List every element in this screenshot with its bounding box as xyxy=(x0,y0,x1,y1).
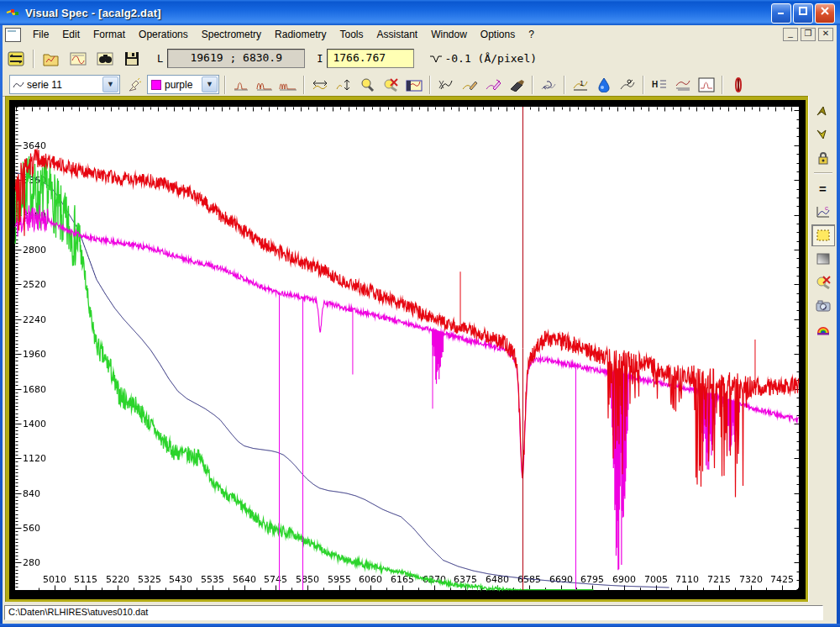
replot-button[interactable]: c xyxy=(811,201,835,223)
coordinates-field[interactable]: 19619 ; 6830.9 xyxy=(167,49,305,68)
gradient-view-button[interactable] xyxy=(811,248,835,270)
undo-operation-button[interactable] xyxy=(538,75,559,95)
normalize-icon: 1 xyxy=(572,78,589,92)
menu-options[interactable]: Options xyxy=(474,26,522,43)
chevron-down-icon[interactable]: ▼ xyxy=(202,76,218,92)
element-lines-button[interactable]: H xyxy=(648,75,670,95)
normalize-button[interactable]: 1 xyxy=(570,75,591,95)
edit-grid-button[interactable] xyxy=(403,75,425,95)
menu-assistant[interactable]: Assistant xyxy=(370,26,424,43)
dotted-square-icon xyxy=(816,229,831,242)
browse-button[interactable] xyxy=(92,46,118,71)
save-profile-button[interactable] xyxy=(66,46,91,71)
svg-text:1: 1 xyxy=(580,79,584,87)
undo-curve-icon xyxy=(540,78,557,92)
gaussian-3-button[interactable] xyxy=(277,75,299,95)
separator xyxy=(303,76,305,94)
dispersion-icon xyxy=(429,53,443,65)
planck-button[interactable] xyxy=(617,75,638,95)
water-drop-icon xyxy=(597,77,611,92)
gaussian-2-button[interactable] xyxy=(254,75,276,95)
menu-spectrometry[interactable]: Spectrometry xyxy=(195,26,268,43)
menu-edit[interactable]: Edit xyxy=(55,26,87,43)
menu-window[interactable]: Window xyxy=(424,26,474,43)
menu-format[interactable]: Format xyxy=(87,26,132,43)
snapshot-button[interactable] xyxy=(811,295,835,317)
scale-y-button[interactable] xyxy=(333,75,354,95)
gaussian-3-icon xyxy=(279,79,297,91)
spectrum-plot[interactable] xyxy=(9,100,806,599)
separator xyxy=(564,76,565,94)
lock-icon xyxy=(816,151,830,165)
zoom-button[interactable] xyxy=(356,75,378,95)
open-profile-button[interactable] xyxy=(39,46,64,71)
chevron-down-icon[interactable]: ▼ xyxy=(102,76,118,92)
save-button[interactable] xyxy=(119,46,144,71)
scale-x-button[interactable] xyxy=(309,75,331,95)
equalize-button[interactable]: = xyxy=(811,177,835,199)
window-border-left xyxy=(0,25,3,627)
speaker-marker-icon xyxy=(731,77,746,92)
close-button[interactable] xyxy=(815,3,835,24)
separator xyxy=(532,76,533,94)
right-toolbar: = c xyxy=(808,96,837,602)
menu-operations[interactable]: Operations xyxy=(132,26,195,43)
minimize-button[interactable] xyxy=(771,3,791,24)
hand-pick-button[interactable] xyxy=(123,75,144,95)
gradient-square-icon xyxy=(816,252,831,266)
series-stack-button[interactable] xyxy=(3,46,29,71)
reset-zoom-button[interactable] xyxy=(811,271,835,293)
unzoom-button[interactable] xyxy=(380,75,402,95)
rainbow-icon xyxy=(816,323,831,336)
spectra-toolbar: serie 11 ▼ purple ▼ 1 H xyxy=(3,73,837,97)
scale-x-icon xyxy=(312,78,328,92)
serie-select-value: serie 11 xyxy=(27,79,62,91)
menu-tools[interactable]: Tools xyxy=(333,26,370,43)
synthetic-spectrum-button[interactable] xyxy=(811,319,835,340)
intensity-label: I xyxy=(317,53,323,65)
open-folder-icon xyxy=(42,50,60,67)
frame-profile-button[interactable] xyxy=(696,75,717,95)
down-arrow-icon xyxy=(816,129,831,140)
document-icon[interactable] xyxy=(5,28,21,42)
separator xyxy=(643,76,644,94)
gaussian-2-icon xyxy=(256,79,273,91)
reference-marker-button[interactable] xyxy=(727,75,749,95)
main-toolbar: L 19619 ; 6830.9 I 1766.767 -0.1 (Å/pixe… xyxy=(3,44,837,74)
intensity-field[interactable]: 1766.767 xyxy=(327,49,414,68)
profile-page-icon xyxy=(69,50,87,67)
menu-help[interactable]: ? xyxy=(522,26,541,43)
mdi-close-button[interactable]: ✕ xyxy=(818,28,833,41)
water-drop-button[interactable] xyxy=(593,75,615,95)
mdi-minimize-button[interactable]: _ xyxy=(783,28,798,41)
color-select-value: purple xyxy=(165,79,192,91)
next-serie-button[interactable] xyxy=(811,124,835,145)
serie-icon xyxy=(13,80,24,90)
eraser-button[interactable] xyxy=(506,75,528,95)
window-border-right xyxy=(837,25,840,627)
separator xyxy=(429,76,431,94)
file-path-field[interactable]: C:\Daten\RLHIRES\atuves010.dat xyxy=(4,605,823,620)
mdi-restore-button[interactable]: ❐ xyxy=(801,28,816,41)
eraser-icon xyxy=(508,78,525,92)
menu-radiometry[interactable]: Radiometry xyxy=(268,26,333,43)
serie-select[interactable]: serie 11 ▼ xyxy=(9,75,120,94)
color-select[interactable]: purple ▼ xyxy=(147,75,219,94)
dotted-frame-button[interactable] xyxy=(811,224,835,246)
draw-reference-button[interactable] xyxy=(482,75,504,95)
chart-frame xyxy=(5,96,809,603)
previous-serie-button[interactable] xyxy=(811,100,835,122)
window-border-bottom xyxy=(0,624,840,627)
draw-curve-button[interactable] xyxy=(459,75,480,95)
frame-profile-icon xyxy=(698,77,715,92)
gaussian-1-button[interactable] xyxy=(230,75,252,95)
baseline-icon xyxy=(675,78,691,92)
crop-spectrum-button[interactable] xyxy=(435,75,457,95)
maximize-button[interactable] xyxy=(793,3,813,24)
series-stack-icon xyxy=(7,50,25,67)
baseline-button[interactable] xyxy=(672,75,694,95)
lock-button[interactable] xyxy=(811,147,835,169)
menu-file[interactable]: File xyxy=(26,26,55,43)
up-arrow-icon xyxy=(816,105,831,117)
app-icon xyxy=(6,6,21,19)
